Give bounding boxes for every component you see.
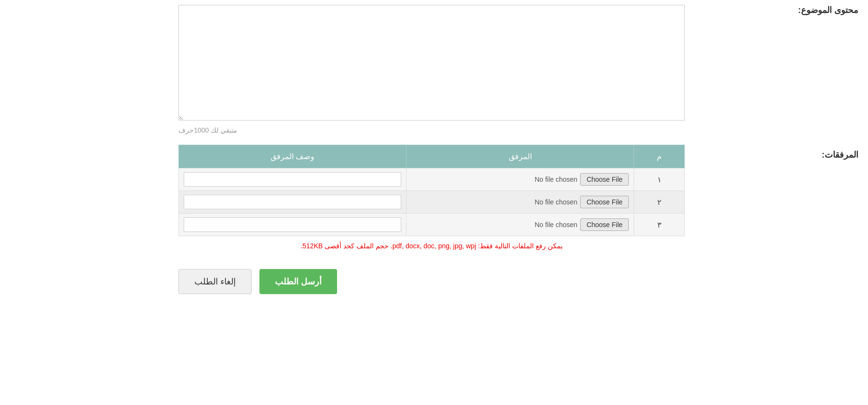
- table-row-num-1: ١: [634, 168, 685, 191]
- table-row-file-3[interactable]: No file chosenChoose File: [407, 214, 634, 236]
- topic-content-section: محتوى الموضوع: متبقي لك 1000حرف: [0, 0, 868, 140]
- desc-input-2[interactable]: [184, 195, 401, 209]
- desc-input-1[interactable]: [184, 172, 401, 187]
- table-row-desc-1[interactable]: [179, 168, 407, 191]
- col-header-desc: وصف المرفق: [179, 145, 407, 168]
- table-row-file-1[interactable]: No file chosenChoose File: [407, 168, 634, 191]
- table-row-desc-2[interactable]: [179, 191, 407, 214]
- table-row-desc-3[interactable]: [179, 214, 407, 236]
- buttons-section: أرسل الطلب إلغاء الطلب: [178, 269, 685, 294]
- topic-content-label: محتوى الموضوع:: [798, 5, 858, 15]
- no-file-text-3: No file chosen: [535, 221, 578, 229]
- submit-button[interactable]: أرسل الطلب: [259, 269, 337, 294]
- col-header-attachment: المرفق: [407, 145, 634, 168]
- attachments-table-wrapper: م المرفق وصف المرفق ١No file chosenChoos…: [178, 145, 685, 250]
- choose-file-button-2[interactable]: Choose File: [580, 196, 629, 208]
- table-row-num-2: ٢: [634, 191, 685, 214]
- choose-file-button-3[interactable]: Choose File: [580, 218, 629, 231]
- char-count: متبقي لك 1000حرف: [178, 126, 685, 140]
- file-note: يمكن رفع الملفات التالية فقط: pdf, docx,…: [178, 242, 685, 250]
- no-file-text-1: No file chosen: [535, 176, 578, 183]
- choose-file-button-1[interactable]: Choose File: [580, 173, 629, 186]
- attachments-section: المرفقات: م المرفق وصف المرفق ١No file c…: [0, 145, 868, 250]
- attachments-table: م المرفق وصف المرفق ١No file chosenChoos…: [178, 145, 685, 236]
- cancel-button[interactable]: إلغاء الطلب: [178, 269, 252, 294]
- no-file-text-2: No file chosen: [535, 198, 578, 206]
- page-wrapper: محتوى الموضوع: متبقي لك 1000حرف المرفقات…: [0, 0, 868, 405]
- content-textarea[interactable]: [178, 5, 685, 121]
- attachments-label: المرفقات:: [822, 149, 858, 160]
- col-header-num: م: [634, 145, 685, 168]
- table-row-file-2[interactable]: No file chosenChoose File: [407, 191, 634, 214]
- table-row-num-3: ٣: [634, 214, 685, 236]
- textarea-wrapper: [178, 5, 685, 122]
- desc-input-3[interactable]: [184, 217, 401, 232]
